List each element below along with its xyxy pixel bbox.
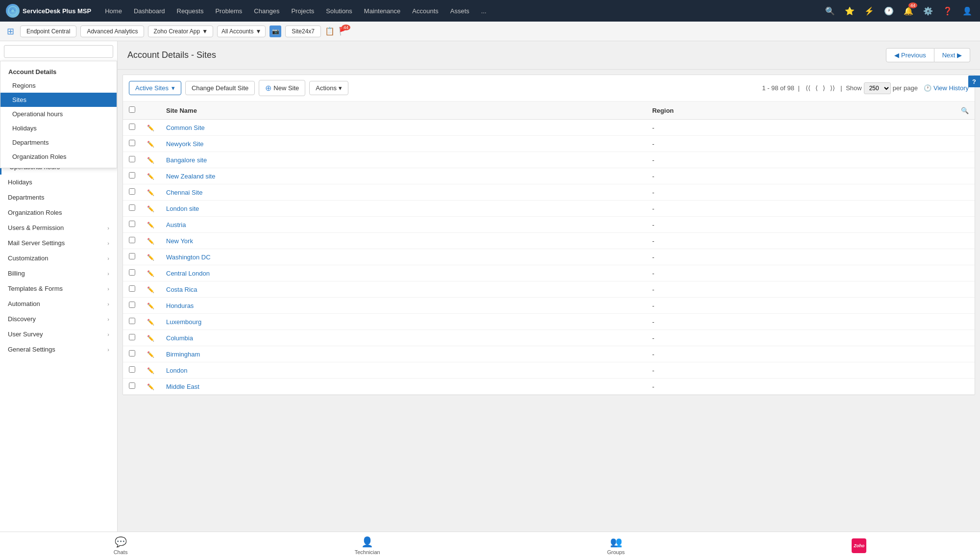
prev-page-btn[interactable]: ⟨: [813, 83, 820, 93]
camera-icon[interactable]: 📷: [270, 25, 281, 37]
favorite-icon[interactable]: ⭐: [843, 4, 857, 18]
sidebar-item-user-survey[interactable]: User Survey ›: [0, 327, 117, 342]
edit-icon[interactable]: ✏️: [147, 254, 154, 261]
nav-changes[interactable]: Changes: [249, 4, 284, 18]
user-avatar[interactable]: 👤: [960, 4, 974, 18]
zoho-button[interactable]: Zoho: [842, 536, 876, 555]
dropdown-item-regions[interactable]: Regions: [0, 78, 117, 93]
first-page-btn[interactable]: ⟨⟨: [804, 83, 812, 93]
site-name-link[interactable]: London site: [166, 205, 199, 212]
row-checkbox[interactable]: [129, 350, 135, 356]
sidebar-search-input[interactable]: [4, 45, 113, 58]
edit-icon[interactable]: ✏️: [147, 222, 154, 229]
previous-button[interactable]: ◀ Previous: [886, 48, 934, 62]
site-name-link[interactable]: New Zealand site: [166, 173, 215, 180]
edit-icon[interactable]: ✏️: [147, 335, 154, 342]
column-search-icon[interactable]: 🔍: [961, 107, 969, 114]
sidebar-item-general-settings[interactable]: General Settings ›: [0, 342, 117, 357]
chats-button[interactable]: 💬 Chats: [104, 534, 138, 557]
clipboard-icon[interactable]: 📋: [325, 26, 335, 36]
nav-dashboard[interactable]: Dashboard: [129, 4, 170, 18]
sidebar-item-billing[interactable]: Billing ›: [0, 266, 117, 281]
dropdown-item-sites[interactable]: Sites: [0, 93, 117, 107]
new-site-button[interactable]: ⊕ New Site: [259, 80, 305, 96]
lightning-icon[interactable]: ⚡: [862, 4, 876, 18]
edit-icon[interactable]: ✏️: [147, 238, 154, 245]
sidebar-item-automation[interactable]: Automation ›: [0, 296, 117, 311]
dropdown-item-departments[interactable]: Departments: [0, 135, 117, 150]
account-select[interactable]: All Accounts ▼: [217, 25, 266, 37]
nav-more[interactable]: ...: [476, 4, 491, 18]
site24x7-tab[interactable]: Site24x7: [285, 25, 321, 37]
row-checkbox[interactable]: [129, 124, 135, 130]
edit-icon[interactable]: ✏️: [147, 286, 154, 293]
row-checkbox[interactable]: [129, 318, 135, 324]
sidebar-item-org-roles[interactable]: Organization Roles: [0, 205, 117, 220]
nav-maintenance[interactable]: Maintenance: [359, 4, 405, 18]
advanced-analytics-tab[interactable]: Advanced Analytics: [80, 25, 144, 37]
history-icon[interactable]: 🕐: [882, 4, 896, 18]
notification-icon[interactable]: 🔔 44: [902, 4, 915, 18]
edit-icon[interactable]: ✏️: [147, 189, 154, 196]
site-name-link[interactable]: Costa Rica: [166, 286, 197, 293]
sidebar-item-mail-server[interactable]: Mail Server Settings ›: [0, 235, 117, 251]
nav-projects[interactable]: Projects: [286, 4, 319, 18]
row-checkbox[interactable]: [129, 366, 135, 373]
row-checkbox[interactable]: [129, 269, 135, 276]
sidebar-item-holidays[interactable]: Holidays: [0, 175, 117, 190]
row-checkbox[interactable]: [129, 302, 135, 308]
change-default-site-button[interactable]: Change Default Site: [185, 81, 255, 95]
site-name-link[interactable]: Birmingham: [166, 351, 200, 358]
sidebar-item-templates[interactable]: Templates & Forms ›: [0, 281, 117, 296]
grid-icon[interactable]: ⊞: [5, 24, 16, 39]
edit-icon[interactable]: ✏️: [147, 351, 154, 358]
nav-problems[interactable]: Problems: [210, 4, 247, 18]
sidebar-item-customization[interactable]: Customization ›: [0, 251, 117, 266]
row-checkbox[interactable]: [129, 172, 135, 178]
site-name-link[interactable]: Austria: [166, 221, 186, 229]
next-button[interactable]: Next ▶: [934, 48, 970, 62]
dropdown-item-operational[interactable]: Operational hours: [0, 107, 117, 121]
edit-icon[interactable]: ✏️: [147, 125, 154, 131]
site-name-link[interactable]: Common Site: [166, 124, 205, 131]
nav-accounts[interactable]: Accounts: [407, 4, 443, 18]
nav-home[interactable]: Home: [100, 4, 127, 18]
app-logo[interactable]: ServiceDesk Plus MSP: [6, 4, 91, 18]
settings-icon[interactable]: ⚙️: [921, 4, 935, 18]
last-page-btn[interactable]: ⟩⟩: [828, 83, 837, 93]
edit-icon[interactable]: ✏️: [147, 270, 154, 277]
site-name-link[interactable]: Chennai Site: [166, 189, 202, 196]
view-history-button[interactable]: 🕐 View History: [924, 84, 969, 92]
nav-assets[interactable]: Assets: [445, 4, 474, 18]
site-name-link[interactable]: Columbia: [166, 334, 193, 342]
row-checkbox[interactable]: [129, 285, 135, 292]
row-checkbox[interactable]: [129, 188, 135, 195]
site-name-link[interactable]: Bangalore site: [166, 156, 207, 164]
row-checkbox[interactable]: [129, 382, 135, 389]
site-name-link[interactable]: London: [166, 367, 187, 374]
per-page-select[interactable]: 100 200 250 500: [864, 82, 891, 94]
row-checkbox[interactable]: [129, 237, 135, 243]
nav-requests[interactable]: Requests: [172, 4, 209, 18]
edit-icon[interactable]: ✏️: [147, 157, 154, 164]
site-name-link[interactable]: Honduras: [166, 302, 194, 309]
dropdown-item-holidays[interactable]: Holidays: [0, 121, 117, 135]
row-checkbox[interactable]: [129, 140, 135, 146]
site-name-link[interactable]: Luxembourg: [166, 318, 201, 326]
site-name-link[interactable]: Washington DC: [166, 254, 211, 261]
edit-icon[interactable]: ✏️: [147, 319, 154, 326]
row-checkbox[interactable]: [129, 204, 135, 211]
sidebar-item-discovery[interactable]: Discovery ›: [0, 311, 117, 327]
search-icon[interactable]: 🔍: [823, 4, 837, 18]
edit-icon[interactable]: ✏️: [147, 367, 154, 374]
help-icon[interactable]: ❓: [941, 4, 955, 18]
endpoint-central-tab[interactable]: Endpoint Central: [20, 25, 76, 37]
row-checkbox[interactable]: [129, 253, 135, 259]
edit-icon[interactable]: ✏️: [147, 303, 154, 309]
help-bubble[interactable]: ?: [968, 76, 980, 87]
dropdown-item-org-roles[interactable]: Organization Roles: [0, 150, 117, 164]
technician-button[interactable]: 👤 Technician: [345, 534, 390, 557]
sidebar-item-users-permission[interactable]: Users & Permission ›: [0, 220, 117, 235]
sidebar-item-departments[interactable]: Departments: [0, 190, 117, 205]
flag-icon[interactable]: 🚩 44: [339, 26, 348, 36]
